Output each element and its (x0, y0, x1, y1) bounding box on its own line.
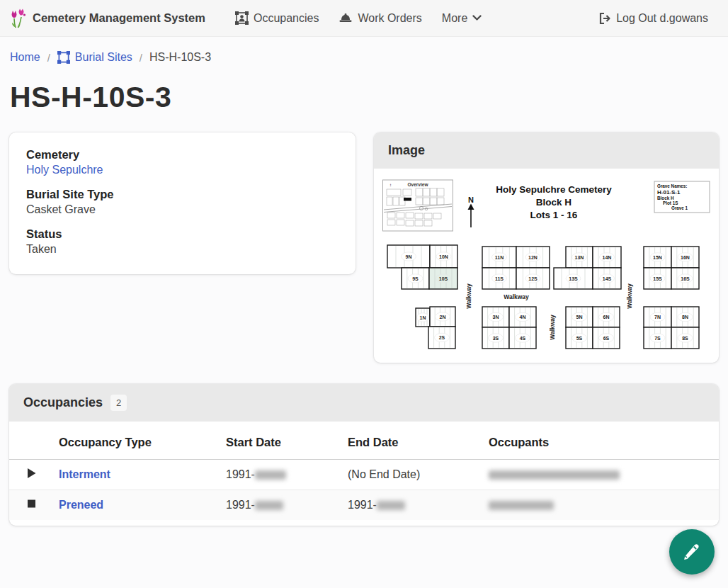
svg-text:Block H: Block H (536, 197, 571, 208)
plot-cell-label: 2N (440, 315, 446, 320)
svg-text:Overview: Overview (408, 182, 429, 187)
occupants-cell (483, 490, 719, 521)
field-label: Cemetery (26, 148, 339, 162)
plot-cell-label: 3S (493, 336, 499, 341)
occupants-cell (483, 460, 719, 490)
breadcrumb-home[interactable]: Home (10, 51, 40, 64)
start-date-cell: 1991- (220, 490, 342, 521)
overview-thumbnail: Overview ↕ (383, 180, 453, 231)
nav-occupancies[interactable]: Occupancies (235, 11, 319, 25)
occupancy-type-link[interactable]: Preneed (59, 499, 103, 511)
plot-cell-label: 12S (528, 276, 538, 281)
image-card-title: Image (388, 143, 425, 158)
field-value: Casket Grave (26, 203, 339, 216)
svg-text:N: N (468, 196, 474, 204)
image-card-header: Image (374, 132, 719, 169)
plot-cell-label: 7N (654, 315, 661, 320)
plot-cell-label: 9S (412, 276, 419, 281)
breadcrumb-current: HS-H-10S-3 (149, 51, 211, 64)
walkway-label: Walkway (626, 283, 633, 309)
plot-cell-label: 13S (569, 276, 578, 281)
svg-text:Block H: Block H (657, 196, 674, 200)
column-occupants: Occupants (483, 422, 719, 460)
plot-cell-label: 3N (493, 315, 499, 320)
plot-cell-label: 2S (439, 335, 445, 340)
plot-grid: 9N10N9S10S11N12N11S12S13N14N13S14S15N16N… (387, 245, 699, 349)
occupancies-count-badge: 2 (110, 395, 127, 411)
brand[interactable]: Cemetery Management System (10, 9, 205, 28)
occupancy-row: Preneed1991-1991- (9, 490, 719, 521)
redacted-value (489, 501, 554, 510)
redacted-value (377, 501, 405, 510)
field-cemetery: Cemetery Holy Sepulchre (26, 148, 339, 176)
column-occupancy-type: Occupancy Type (53, 422, 220, 460)
pencil-icon (681, 541, 703, 562)
plot-cell-label: 4S (520, 336, 526, 341)
field-burial-site-type: Burial Site Type Casket Grave (26, 188, 339, 216)
plot-cell-label: 11S (495, 276, 504, 281)
nav-work-orders-label: Work Orders (358, 12, 421, 25)
nav-more[interactable]: More (442, 12, 482, 25)
logout-button[interactable]: Log Out d.gowans (598, 12, 708, 25)
plot-cell-label: 5N (576, 315, 583, 320)
field-label: Burial Site Type (26, 188, 339, 201)
logout-label: Log Out d.gowans (616, 12, 708, 25)
occupancies-card-header: Occupancies 2 (9, 384, 719, 422)
occupancies-title: Occupancies (23, 395, 103, 410)
svg-text:↕: ↕ (389, 183, 392, 187)
svg-text:Holy Sepulchre Cemetery: Holy Sepulchre Cemetery (496, 184, 612, 195)
plot-cell-label: 4N (520, 315, 526, 320)
plot-cell-label: 12N (528, 255, 538, 260)
occupancy-type-link[interactable]: Interment (59, 468, 110, 480)
column-icon (9, 422, 53, 460)
plot-cell-label: 5S (576, 336, 583, 341)
occupancy-row: Interment1991-(No End Date) (9, 460, 719, 490)
plot-cell-label: 11N (495, 255, 504, 260)
plot-cell-label: 16N (681, 255, 690, 260)
nav-more-label: More (442, 12, 467, 25)
breadcrumb-burial-sites-label: Burial Sites (75, 51, 132, 64)
column-start-date: Start Date (220, 422, 342, 460)
plot-cell-label: 8N (682, 315, 688, 320)
walkway-label: Walkway (549, 315, 556, 340)
breadcrumb-separator: / (140, 52, 142, 64)
plot-cell-label: 1N (420, 315, 426, 320)
plot-cell-label: 16S (681, 276, 690, 281)
walkway-label: Walkway (504, 293, 529, 300)
breadcrumb-separator: / (47, 52, 50, 64)
page-title: HS-H-10S-3 (0, 64, 728, 114)
stop-icon (26, 498, 37, 509)
plot-cell-label: 13N (575, 255, 584, 260)
plot-cell-label: 7S (654, 336, 661, 341)
occupancies-card: Occupancies 2 Occupancy Type Start Date … (9, 384, 719, 526)
breadcrumb: Home / Burial Sites / HS-H-10S-3 (0, 37, 728, 64)
column-end-date: End Date (342, 422, 483, 460)
svg-text:Lots 1 - 16: Lots 1 - 16 (530, 210, 578, 220)
details-card: Cemetery Holy Sepulchre Burial Site Type… (9, 132, 356, 274)
start-date-cell: 1991- (220, 460, 342, 490)
nav-work-orders[interactable]: Work Orders (339, 12, 421, 25)
occupancies-icon (235, 11, 249, 25)
edit-button[interactable] (669, 529, 715, 575)
plot-cell-label: 14S (603, 276, 612, 281)
image-card: Image Overview ↕ (374, 132, 719, 363)
cemetery-link[interactable]: Holy Sepulchre (26, 164, 103, 176)
end-date-cell: 1991- (342, 490, 483, 521)
plot-cell-label: 8S (682, 336, 688, 341)
nav-occupancies-label: Occupancies (254, 12, 319, 25)
redacted-value (255, 501, 283, 510)
redacted-value (255, 470, 286, 480)
redacted-value (489, 470, 620, 480)
map-title: Holy Sepulchre Cemetery Block H Lots 1 -… (496, 184, 612, 220)
end-date-cell: (No End Date) (342, 460, 483, 490)
breadcrumb-burial-sites[interactable]: Burial Sites (57, 51, 132, 64)
svg-text:Grave 1: Grave 1 (671, 205, 688, 210)
plot-cell-label: 10N (439, 254, 448, 259)
brand-title: Cemetery Management System (33, 11, 205, 25)
walkway-label: Walkway (465, 283, 472, 309)
plot-cell-label: 6N (603, 315, 610, 320)
plot-cell-label: 14N (603, 255, 612, 260)
work-orders-icon (339, 12, 353, 24)
table-header-row: Occupancy Type Start Date End Date Occup… (9, 422, 719, 460)
site-map-image[interactable]: Overview ↕ (374, 169, 719, 363)
